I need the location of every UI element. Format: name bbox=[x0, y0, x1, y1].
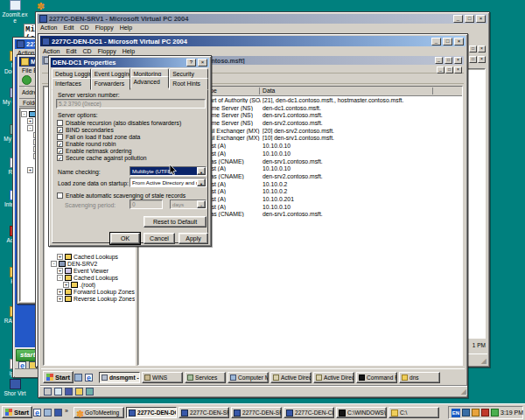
menu-item[interactable]: CD bbox=[83, 48, 92, 54]
server-option-row[interactable]: Disable recursion (also disables forward… bbox=[57, 119, 206, 126]
close-button[interactable] bbox=[478, 46, 486, 52]
menu-item[interactable]: Help bbox=[120, 24, 132, 31]
quicklaunch-ie-icon[interactable] bbox=[33, 409, 41, 416]
taskbar-task[interactable]: dns bbox=[399, 372, 440, 383]
restore-button[interactable] bbox=[469, 56, 477, 63]
resize-grip[interactable] bbox=[461, 388, 466, 396]
minimize-button[interactable] bbox=[435, 57, 443, 64]
taskbar-task[interactable]: GoToMeeting bbox=[74, 407, 124, 418]
dns-tree-item[interactable]: + .(root) bbox=[45, 281, 135, 288]
expand-toggle[interactable]: + bbox=[63, 282, 69, 288]
minimize-button[interactable] bbox=[431, 38, 441, 46]
expand-toggle[interactable]: + bbox=[27, 167, 33, 173]
srv1-titlebar[interactable]: 2277C-DEN-SRV1 - Microsoft Virtual PC 20… bbox=[38, 14, 487, 24]
floppy-status-icon[interactable] bbox=[65, 388, 73, 396]
tab-interfaces[interactable]: Interfaces bbox=[52, 78, 91, 90]
desktop-icon[interactable]: Shor Virt bbox=[2, 379, 28, 396]
expand-toggle[interactable]: - bbox=[27, 125, 33, 131]
child-close-button[interactable] bbox=[454, 66, 462, 74]
close-button[interactable] bbox=[198, 59, 207, 66]
menu-item[interactable]: Action bbox=[40, 24, 57, 31]
tray-icon[interactable] bbox=[491, 409, 499, 416]
quicklaunch-icon[interactable] bbox=[44, 409, 52, 416]
harddisk-status-icon[interactable] bbox=[44, 388, 52, 396]
taskbar-task[interactable]: 2277C-DEN-SRV2 ... bbox=[231, 407, 282, 418]
name-checking-select[interactable]: Multibyte (UTF8) bbox=[130, 166, 206, 176]
scavenging-checkbox-row[interactable]: Enable automatic scavenging of stale rec… bbox=[57, 192, 207, 199]
close-button[interactable] bbox=[478, 56, 486, 63]
child-restore-button[interactable] bbox=[445, 66, 453, 74]
server-option-row[interactable]: ✓ Secure cache against pollution bbox=[57, 154, 206, 161]
help-button[interactable] bbox=[186, 59, 196, 66]
restore-button[interactable] bbox=[444, 57, 452, 64]
dc1-menubar[interactable]: ActionEditCDFloppyHelp bbox=[38, 46, 467, 55]
expand-toggle[interactable]: - bbox=[51, 261, 57, 267]
dc1-titlebar[interactable]: 2277C-DEN-DC1 - Microsoft Virtual PC 200… bbox=[40, 36, 466, 46]
taskbar-task[interactable]: C:\WINDOWS\sys... bbox=[336, 407, 387, 418]
quicklaunch-icon[interactable] bbox=[74, 374, 82, 382]
resize-grip[interactable] bbox=[481, 357, 486, 365]
checkbox[interactable] bbox=[57, 120, 63, 126]
server-option-row[interactable]: ✓ BIND secondaries bbox=[57, 126, 206, 133]
tray-icon[interactable] bbox=[472, 409, 480, 416]
child-minimize-button[interactable] bbox=[437, 66, 444, 74]
quicklaunch-icon[interactable] bbox=[85, 374, 93, 382]
close-button[interactable] bbox=[454, 38, 464, 46]
taskbar-task[interactable]: C:\ bbox=[388, 407, 439, 418]
taskbar-task[interactable]: Active Directo... bbox=[313, 372, 354, 383]
column-divider[interactable] bbox=[259, 88, 260, 94]
checkbox[interactable] bbox=[57, 134, 63, 140]
column-header-data[interactable]: Data bbox=[262, 88, 275, 94]
menu-item[interactable]: Edit bbox=[63, 24, 74, 31]
server-option-row[interactable]: ✓ Enable round robin bbox=[57, 140, 206, 147]
taskbar-task[interactable]: Services bbox=[185, 372, 226, 383]
server-option-row[interactable]: ✓ Enable netmask ordering bbox=[57, 147, 206, 154]
dns-tree-item[interactable]: + Cached Lookups bbox=[45, 253, 135, 260]
taskbar-task[interactable]: 2277C-DEN-SRV1 ... bbox=[178, 407, 229, 418]
quicklaunch-overflow-chevron[interactable] bbox=[65, 408, 68, 414]
taskbar-task[interactable]: Active Directo... bbox=[270, 372, 312, 383]
srv1-menubar[interactable]: ActionEditCDFloppyHelp bbox=[36, 24, 489, 32]
dns-tree-item[interactable]: - DEN-SRV2 bbox=[45, 260, 135, 267]
cd-status-icon[interactable] bbox=[54, 388, 62, 396]
tab-forwarders[interactable]: Forwarders bbox=[91, 78, 130, 90]
dc1-start-button[interactable]: Start bbox=[43, 371, 74, 383]
ok-button[interactable]: OK bbox=[110, 233, 140, 244]
expand-toggle[interactable]: + bbox=[57, 289, 63, 295]
expand-toggle[interactable]: - bbox=[21, 111, 27, 117]
quicklaunch-icon[interactable] bbox=[54, 409, 62, 416]
taskbar-task[interactable]: Computer Ma... bbox=[228, 372, 269, 383]
minimize-button[interactable] bbox=[453, 15, 463, 23]
taskbar-task[interactable]: Command Pro... bbox=[356, 372, 397, 383]
language-indicator[interactable]: EN bbox=[452, 409, 460, 417]
menu-item[interactable]: Help bbox=[122, 48, 135, 54]
network-status-icon[interactable] bbox=[86, 388, 94, 396]
cancel-button[interactable]: Cancel bbox=[144, 233, 175, 244]
maximize-button[interactable] bbox=[465, 15, 474, 23]
tab-advanced[interactable]: Advanced bbox=[130, 76, 170, 88]
restore-button[interactable] bbox=[469, 46, 477, 52]
expand-toggle[interactable]: + bbox=[57, 268, 63, 274]
tab-root-hints[interactable]: Root Hints bbox=[169, 78, 208, 90]
desktop-icon[interactable]: ZoomIt.exe bbox=[2, 0, 28, 24]
dialog-titlebar[interactable]: DEN-DC1 Properties bbox=[51, 58, 209, 67]
back-button[interactable] bbox=[22, 75, 32, 85]
server-option-row[interactable]: Fail on load if bad zone data bbox=[57, 133, 206, 140]
taskbar-task[interactable]: dnsmgmt - [... bbox=[99, 372, 140, 383]
host-start-button[interactable]: Start bbox=[2, 406, 32, 418]
expand-toggle[interactable]: - bbox=[57, 275, 63, 281]
checkbox[interactable]: ✓ bbox=[57, 141, 63, 147]
den-dc1-properties-dialog[interactable]: DEN-DC1 Properties Debug LoggingEvent Lo… bbox=[48, 55, 212, 247]
checkbox[interactable]: ✓ bbox=[57, 148, 63, 154]
menu-item[interactable]: Floppy bbox=[95, 24, 114, 31]
taskbar-task[interactable]: 2277C-DEN-CLI - ... bbox=[284, 407, 334, 418]
expand-toggle[interactable]: + bbox=[27, 118, 33, 124]
sharedfolder-status-icon[interactable] bbox=[75, 388, 83, 396]
expand-toggle[interactable]: + bbox=[57, 254, 63, 260]
expand-toggle[interactable]: + bbox=[57, 296, 63, 302]
apply-button[interactable]: Apply bbox=[178, 233, 208, 244]
close-button[interactable] bbox=[454, 57, 462, 64]
dns-tree-item[interactable]: + Event Viewer bbox=[45, 267, 135, 274]
menu-item[interactable]: Action bbox=[43, 48, 60, 54]
taskbar-task[interactable]: 2277C-DEN-DC1 ... bbox=[126, 407, 177, 418]
